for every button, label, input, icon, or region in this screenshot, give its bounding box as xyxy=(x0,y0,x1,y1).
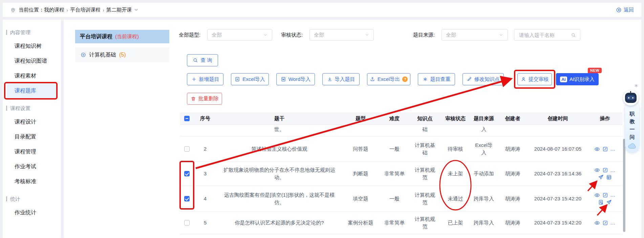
table-scrollbar[interactable] xyxy=(623,139,625,232)
view-icon[interactable] xyxy=(594,220,600,226)
upload-icon xyxy=(370,77,375,82)
breadcrumb-session[interactable]: 第二期开课 xyxy=(106,7,132,13)
edit-icon[interactable] xyxy=(602,192,608,198)
chevron-down-icon xyxy=(263,33,268,37)
select-all-checkbox[interactable] xyxy=(184,116,190,121)
cell-index: 2 xyxy=(194,136,217,161)
batch-delete-button[interactable]: 批量删除 xyxy=(187,93,222,105)
header-stem: 题干 xyxy=(217,112,342,125)
cell-knowledge: 础 xyxy=(410,125,440,136)
view-icon[interactable] xyxy=(594,146,600,152)
assistant-widget[interactable]: 职 教 一 问 xyxy=(625,102,639,152)
cell-source: 跨库导入 xyxy=(471,212,497,234)
dup-check-label: 题目查重 xyxy=(430,76,451,83)
sidebar-section-settings: 课程设置 xyxy=(3,102,61,114)
stem-search-input[interactable] xyxy=(518,32,568,38)
cell-stem: 世。 xyxy=(217,125,342,136)
edit-icon[interactable] xyxy=(602,146,608,152)
cell-stem[interactable]: 扩散现象说明物质的分子在永不停息地做无规则运动。 xyxy=(217,162,342,186)
search-icon xyxy=(193,58,198,63)
sidebar-item-course-design[interactable]: 课程设计 xyxy=(3,114,57,129)
breadcrumb-my-courses[interactable]: 我的课程 xyxy=(44,7,64,13)
more-button[interactable]: ... xyxy=(610,147,616,151)
filter-audit-label: 审核状态: xyxy=(281,29,303,41)
node-count: (5) xyxy=(119,52,126,58)
cell-type: 案例分析题 xyxy=(342,212,379,234)
edit-knowledge-button[interactable]: 修改知识点 xyxy=(463,73,504,85)
sparkle-icon xyxy=(423,77,428,82)
filter-type-select[interactable]: 全部 xyxy=(207,29,272,41)
breadcrumb-platform-course[interactable]: 平台培训课程 xyxy=(70,7,101,13)
filter-type-label: 全部题型: xyxy=(179,29,200,41)
cell-status: 未通过 xyxy=(440,186,471,211)
row-checkbox[interactable] xyxy=(184,171,190,176)
cell-time: 2024-07-23 15:42:20 xyxy=(528,186,587,211)
excel-import-button[interactable]: Excel导入 xyxy=(231,73,269,85)
chevron-down-icon[interactable] xyxy=(134,7,138,12)
sidebar-item-catalog-config[interactable]: 目录配置 xyxy=(3,129,57,144)
send-audit-icon[interactable] xyxy=(606,199,612,205)
more-button[interactable]: ... xyxy=(610,221,616,224)
cell-stem[interactable]: 你是怎样认识艺术起源的多元决定论的? xyxy=(217,212,342,234)
sidebar-item-question-bank[interactable]: 课程题库 xyxy=(7,83,57,98)
cell-type: 填空题 xyxy=(342,186,379,211)
ai-input-button[interactable]: Ai AI识别录入 xyxy=(556,73,599,85)
more-button[interactable]: ... xyxy=(610,169,616,172)
sidebar-item-course-manage[interactable]: 课程管理 xyxy=(3,144,57,159)
expand-plus-icon[interactable] xyxy=(81,52,86,58)
excel-export-label: Excel导出 xyxy=(378,76,400,83)
import-question-button[interactable]: 导入题目 xyxy=(322,73,360,85)
row-checkbox[interactable] xyxy=(184,146,190,152)
cell-knowledge: 计算机基础 xyxy=(410,136,440,161)
add-question-button[interactable]: 新增题目 xyxy=(187,73,223,85)
batch-delete-label: 批量删除 xyxy=(198,95,219,102)
sidebar-item-homework-stats[interactable]: 作业统计 xyxy=(3,205,57,220)
filter-audit-select[interactable]: 全部 xyxy=(309,29,374,41)
dup-check-button[interactable]: 题目查重 xyxy=(418,73,455,85)
breadcrumb-label: 当前位置： xyxy=(19,7,44,13)
back-button[interactable]: 返回 xyxy=(616,7,634,13)
view-icon[interactable] xyxy=(594,192,600,198)
word-import-button[interactable]: Word导入 xyxy=(276,73,315,85)
sidebar: 内容管理 课程知识树 课程知识图谱 课程素材 课程题库 课程设置 课程设计 目录… xyxy=(3,20,61,238)
cell-stem[interactable]: 简述社会主义核心价值观 xyxy=(217,136,342,161)
row-checkbox[interactable] xyxy=(184,220,190,225)
cell-stem[interactable]: 远古陶纹图案有些是[填空(1)]形状的，这就不是模仿。 xyxy=(217,186,342,211)
table-row: 2 简述社会主义核心价值观 问答题 一般 计算机基础 待审核 Excel导入 胡… xyxy=(180,136,622,162)
filter-source-label: 题目来源: xyxy=(413,29,435,41)
course-tree-header[interactable]: 平台培训课程 (当前课程) xyxy=(75,30,169,43)
edit-icon[interactable] xyxy=(602,167,608,173)
back-label: 返回 xyxy=(624,7,634,13)
excel-export-button[interactable]: Excel导出 ? xyxy=(367,73,410,85)
course-tree-node[interactable]: 计算机基础 (5) xyxy=(75,47,169,62)
submit-audit-button[interactable]: 提交审核 xyxy=(517,73,552,85)
sheet-icon[interactable] xyxy=(606,174,612,180)
edit-icon[interactable] xyxy=(602,220,608,226)
cell-time: 2024-07-23 16:14:36 xyxy=(528,162,587,186)
sidebar-item-assess-standard[interactable]: 考核标准 xyxy=(3,174,57,189)
cell-index: 5 xyxy=(194,212,217,234)
view-icon[interactable] xyxy=(594,167,600,173)
help-icon[interactable]: ? xyxy=(402,77,408,82)
search-icon[interactable] xyxy=(571,33,576,38)
sidebar-item-knowledge-tree[interactable]: 课程知识树 xyxy=(3,39,57,53)
assistant-label: 一 xyxy=(630,127,635,132)
sidebar-item-homework-exam[interactable]: 作业考试 xyxy=(3,159,57,174)
cell-index: 3 xyxy=(194,162,217,186)
more-button[interactable]: ... xyxy=(610,193,616,197)
header-ops: 操作 xyxy=(587,112,622,125)
sidebar-item-materials[interactable]: 课程素材 xyxy=(3,68,57,83)
sidebar-item-knowledge-graph[interactable]: 课程知识图谱 xyxy=(3,53,57,68)
header-difficulty: 难度 xyxy=(379,112,410,125)
header-creator: 创建者 xyxy=(497,112,528,125)
filter-source-select[interactable]: 全部 xyxy=(442,29,508,41)
assistant-robot-icon[interactable] xyxy=(623,90,639,106)
cell-source: Excel导入 xyxy=(471,136,497,161)
query-button[interactable]: 查 询 xyxy=(187,54,218,66)
header-source: 题目来源 xyxy=(471,112,497,125)
header-time: 创建时间 xyxy=(528,112,587,125)
send-audit-icon[interactable] xyxy=(598,174,604,180)
doc-remove-icon[interactable] xyxy=(598,199,604,205)
table-row: 5 你是怎样认识艺术起源的多元决定论的? 案例分析题 非常简单 计算机规范 已上… xyxy=(180,212,622,234)
row-checkbox[interactable] xyxy=(184,196,190,201)
